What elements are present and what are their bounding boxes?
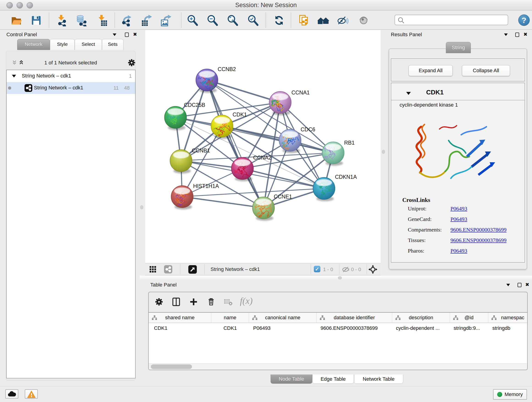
title-bar: Session: New Session bbox=[0, 0, 532, 11]
panel-menu-icon[interactable] bbox=[113, 33, 116, 36]
float-panel-icon[interactable] bbox=[125, 32, 129, 37]
close-panel-icon[interactable]: ✖ bbox=[523, 32, 527, 37]
crosslink-link[interactable]: P06493 bbox=[450, 206, 467, 212]
column-header[interactable]: shared name bbox=[149, 313, 211, 323]
tab-edge-table[interactable]: Edge Table bbox=[312, 375, 354, 384]
export-image-icon[interactable] bbox=[160, 14, 172, 26]
table-cell[interactable]: P06493 bbox=[249, 323, 317, 333]
home-icon[interactable] bbox=[317, 14, 329, 26]
network-view[interactable]: CCNB2CCNA1CDC25BCDK1CDC6RB1CCNB1CCNA2CDK… bbox=[145, 30, 380, 263]
import-table-icon[interactable] bbox=[96, 14, 108, 26]
main-toolbar: ? bbox=[0, 11, 532, 30]
network-collection-label: String Network – cdk1 bbox=[22, 73, 71, 79]
birdseye-view-icon[interactable] bbox=[188, 265, 197, 274]
svg-text:CCNA2: CCNA2 bbox=[253, 155, 272, 161]
zoom-in-icon[interactable] bbox=[187, 14, 199, 26]
cloud-button[interactable] bbox=[5, 389, 18, 399]
memory-button[interactable]: Memory bbox=[493, 389, 527, 400]
collapse-all-button[interactable]: Collapse All bbox=[462, 65, 510, 76]
eye-icon[interactable] bbox=[358, 14, 370, 26]
network-collection-row[interactable]: String Network – cdk1 1 bbox=[7, 70, 135, 82]
column-header[interactable]: database identifier bbox=[317, 313, 392, 323]
help-button[interactable]: ? bbox=[518, 14, 530, 26]
export-network-icon[interactable] bbox=[121, 14, 133, 26]
crosslink-link[interactable]: P06493 bbox=[450, 248, 467, 254]
table-cell[interactable]: stringdb:9... bbox=[450, 323, 488, 333]
warning-button[interactable] bbox=[25, 389, 38, 399]
delete-table-icon bbox=[224, 299, 233, 306]
tab-select[interactable]: Select bbox=[75, 39, 102, 50]
delete-icon[interactable] bbox=[207, 298, 215, 306]
scrollbar-thumb[interactable] bbox=[151, 364, 192, 369]
horizontal-splitter-handle[interactable] bbox=[338, 276, 342, 279]
right-splitter-handle[interactable] bbox=[382, 150, 385, 154]
hide-show-icon[interactable] bbox=[336, 14, 348, 26]
expand-all-button[interactable]: Expand All bbox=[409, 65, 453, 76]
gear-icon[interactable] bbox=[155, 298, 163, 306]
network-tree: String Network – cdk1 1 String Network –… bbox=[6, 70, 136, 378]
crosslink-link[interactable]: 9606.ENSP00000378699 bbox=[450, 227, 507, 233]
import-network-icon[interactable] bbox=[56, 14, 68, 26]
collection-count: 1 bbox=[129, 73, 132, 79]
tab-network[interactable]: Network bbox=[17, 39, 50, 50]
close-panel-icon[interactable]: ✖ bbox=[525, 282, 529, 287]
panel-menu-icon[interactable] bbox=[504, 33, 508, 36]
import-network-from-database-icon[interactable] bbox=[75, 14, 87, 26]
table-cell[interactable]: CDK1 bbox=[149, 323, 211, 333]
zoom-out-icon[interactable] bbox=[207, 14, 219, 26]
gene-description: cyclin-dependent kinase 1 bbox=[399, 102, 458, 108]
svg-text:CDK1: CDK1 bbox=[233, 112, 247, 118]
table-cell[interactable]: 9606.ENSP00000378699 bbox=[317, 323, 392, 333]
column-header[interactable]: @id bbox=[450, 313, 488, 323]
selected-nodes-checkbox[interactable]: ✓ bbox=[314, 266, 320, 272]
add-icon[interactable] bbox=[190, 298, 198, 306]
tab-style[interactable]: Style bbox=[50, 39, 75, 50]
svg-text:CCNE1: CCNE1 bbox=[274, 194, 292, 200]
left-splitter-handle[interactable] bbox=[140, 205, 143, 209]
gear-icon[interactable] bbox=[128, 59, 135, 66]
zoom-selected-icon[interactable] bbox=[247, 14, 259, 26]
tab-node-table[interactable]: Node Table bbox=[271, 375, 312, 384]
edge-count: 48 bbox=[124, 85, 130, 91]
application-window: Session: New Session bbox=[0, 0, 532, 402]
refresh-icon[interactable] bbox=[273, 14, 285, 26]
table-cell[interactable]: CDK1 bbox=[211, 323, 249, 333]
close-panel-icon[interactable]: ✖ bbox=[133, 32, 137, 37]
copy-icon[interactable] bbox=[298, 14, 310, 26]
tab-string[interactable]: String bbox=[446, 42, 471, 53]
column-header[interactable]: canonical name bbox=[249, 313, 317, 323]
float-panel-icon[interactable] bbox=[515, 32, 519, 37]
panel-menu-icon[interactable] bbox=[506, 284, 510, 286]
save-session-icon[interactable] bbox=[30, 14, 42, 26]
zoom-fit-icon[interactable] bbox=[227, 14, 239, 26]
table-cell[interactable]: stringdb bbox=[488, 323, 527, 333]
export-table-icon[interactable] bbox=[141, 14, 152, 26]
svg-text:CDC25B: CDC25B bbox=[184, 102, 205, 108]
network-graph[interactable]: CCNB2CCNA1CDC25BCDK1CDC6RB1CCNB1CCNA2CDK… bbox=[145, 30, 380, 263]
collapse-icon[interactable] bbox=[406, 92, 411, 95]
grid-view-icon[interactable] bbox=[149, 266, 156, 274]
birds-eye-toggle-icon[interactable] bbox=[368, 264, 378, 275]
table-cell[interactable]: cyclin-dependent ... bbox=[392, 323, 450, 333]
tab-sets[interactable]: Sets bbox=[102, 39, 123, 50]
column-header[interactable]: namespac bbox=[488, 313, 527, 323]
horizontal-scrollbar[interactable] bbox=[149, 363, 527, 370]
columns-icon[interactable] bbox=[172, 297, 181, 306]
svg-text:CCNB1: CCNB1 bbox=[192, 148, 210, 153]
network-selected-summary: 1 of 1 Network selected bbox=[6, 60, 135, 66]
search-input[interactable] bbox=[394, 15, 508, 25]
cdk1-section-header[interactable]: CDK1 bbox=[391, 83, 525, 100]
expander-icon[interactable] bbox=[12, 75, 16, 77]
float-panel-icon[interactable] bbox=[518, 283, 521, 287]
hidden-eye-icon bbox=[342, 266, 350, 274]
network-share-view-icon[interactable] bbox=[164, 265, 172, 274]
open-session-icon[interactable] bbox=[10, 14, 22, 26]
column-header[interactable]: name bbox=[211, 313, 249, 323]
tab-network-table[interactable]: Network Table bbox=[354, 375, 403, 384]
network-share-icon bbox=[25, 84, 32, 92]
crosslink-link[interactable]: 9606.ENSP00000378699 bbox=[450, 237, 507, 243]
crosslink-link[interactable]: P06493 bbox=[450, 216, 467, 222]
network-row[interactable]: String Network – cdk1 11 48 bbox=[7, 82, 135, 94]
column-header[interactable]: description bbox=[392, 313, 450, 323]
crosslink-label: Pharos: bbox=[408, 248, 424, 254]
